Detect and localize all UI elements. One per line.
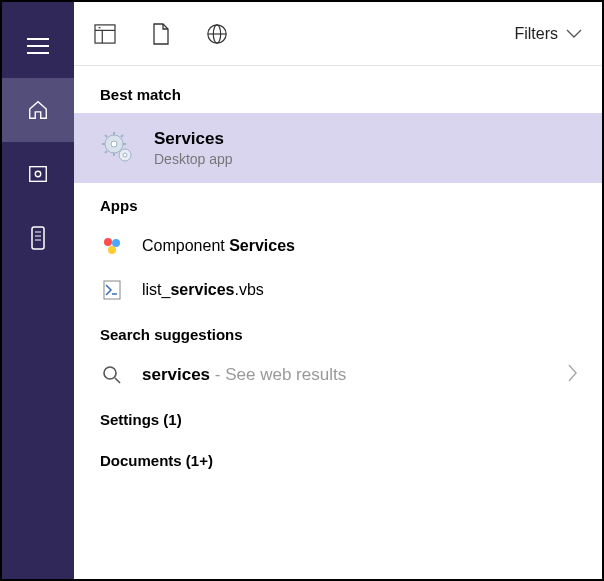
svg-line-33	[115, 378, 120, 383]
section-apps: Apps	[74, 183, 602, 224]
services-icon	[100, 130, 136, 166]
filters-button[interactable]: Filters	[514, 25, 582, 43]
sidebar	[2, 2, 74, 579]
topbar: Filters	[74, 2, 602, 66]
result-title: Component Services	[142, 237, 295, 255]
main-panel: Filters Best match	[74, 2, 602, 579]
globe-icon	[206, 23, 228, 45]
section-best-match: Best match	[74, 72, 602, 113]
svg-rect-9	[95, 24, 115, 42]
scope-documents-button[interactable]	[152, 23, 170, 45]
result-best-match[interactable]: Services Desktop app	[74, 113, 602, 183]
svg-point-30	[108, 246, 116, 254]
svg-line-24	[105, 151, 107, 153]
svg-point-17	[111, 141, 117, 147]
svg-line-25	[121, 135, 123, 137]
svg-point-29	[112, 239, 120, 247]
vbs-file-icon	[100, 278, 124, 302]
sidebar-item-home[interactable]	[2, 78, 74, 142]
svg-rect-5	[32, 227, 44, 249]
chevron-down-icon	[566, 29, 582, 39]
section-settings[interactable]: Settings (1)	[74, 397, 602, 438]
result-app-list-services-vbs[interactable]: list_services.vbs	[74, 268, 602, 312]
result-title: list_services.vbs	[142, 281, 264, 299]
scope-web-button[interactable]	[206, 23, 228, 45]
section-search-suggestions: Search suggestions	[74, 312, 602, 353]
search-icon	[100, 363, 124, 387]
svg-point-4	[35, 171, 41, 177]
scope-apps-button[interactable]	[94, 24, 116, 44]
remote-icon	[31, 226, 45, 250]
result-web-suggestion[interactable]: services - See web results	[74, 353, 602, 397]
svg-line-22	[105, 135, 107, 137]
component-services-icon	[100, 234, 124, 258]
svg-point-32	[104, 367, 116, 379]
document-icon	[152, 23, 170, 45]
section-documents[interactable]: Documents (1+)	[74, 438, 602, 479]
result-subtitle: Desktop app	[154, 151, 233, 167]
window-icon	[94, 24, 116, 44]
menu-button[interactable]	[2, 14, 74, 78]
svg-rect-3	[30, 167, 47, 182]
hamburger-icon	[27, 37, 49, 55]
sidebar-item-photos[interactable]	[2, 142, 74, 206]
chevron-right-icon	[568, 364, 578, 386]
sidebar-item-remote[interactable]	[2, 206, 74, 270]
result-app-component-services[interactable]: Component Services	[74, 224, 602, 268]
filters-label: Filters	[514, 25, 558, 43]
result-title: Services	[154, 129, 233, 149]
suggestion-text: services - See web results	[142, 365, 346, 385]
home-icon	[27, 99, 49, 121]
svg-point-28	[104, 238, 112, 246]
results-list: Best match Services Desktop app App	[74, 66, 602, 579]
svg-point-27	[123, 153, 127, 157]
photo-icon	[27, 163, 49, 185]
